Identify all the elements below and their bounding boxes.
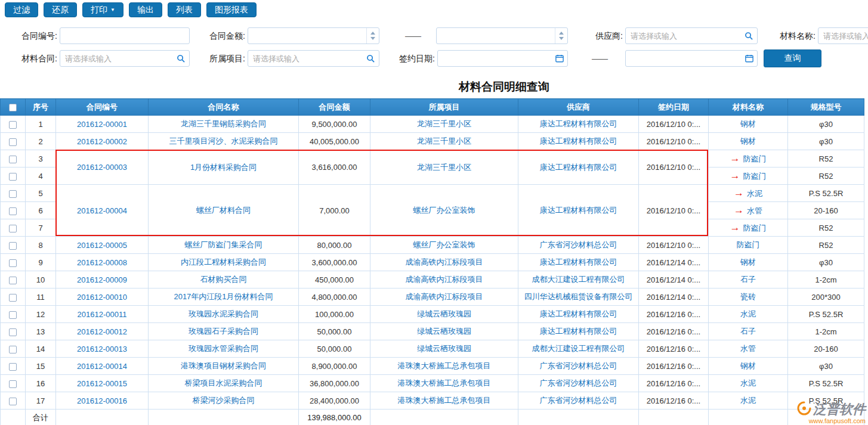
row-checkbox[interactable] [9, 138, 17, 146]
sign-date-end-input[interactable] [631, 54, 743, 63]
material-name-link[interactable]: 水泥 [740, 309, 756, 318]
project-link[interactable]: 绿城云栖玫瑰园 [370, 306, 518, 323]
supplier-link[interactable]: 四川华达机械租赁设备有限公司 [518, 288, 639, 306]
material-name-link[interactable]: 瓷砖 [740, 292, 756, 301]
contract-number-link[interactable]: 201612-00001 [56, 116, 149, 133]
project-link[interactable]: 港珠澳大桥施工总承包项目 [370, 392, 518, 410]
stepper-down-icon[interactable] [559, 37, 564, 40]
material-name-link[interactable]: 防盗门 [737, 240, 760, 249]
supplier-link[interactable]: 康达工程材料有限公司 [518, 323, 639, 340]
supplier-link[interactable]: 康达工程材料有限公司 [518, 306, 639, 323]
project-link[interactable]: 龙湖三千里小区 [370, 133, 518, 150]
row-checkbox[interactable] [9, 207, 17, 215]
row-checkbox[interactable] [9, 294, 17, 302]
contract-name-link[interactable]: 港珠澳项目钢材采购合同 [149, 358, 299, 375]
contract-name-link[interactable]: 三千里项目河沙、水泥采购合同 [149, 133, 299, 150]
amount-min-input[interactable] [253, 32, 364, 41]
restore-button[interactable]: 还原 [44, 2, 77, 17]
contract-number-link[interactable]: 201612-00016 [56, 392, 149, 410]
contract-name-link[interactable]: 内江段工程材料采购合同 [149, 254, 299, 271]
material-name-link[interactable]: 钢材 [740, 258, 756, 266]
select-all-checkbox[interactable] [9, 104, 17, 111]
project-link[interactable]: 成渝高铁内江标段项目 [370, 288, 518, 306]
material-name-link[interactable]: 防盗门 [743, 154, 767, 163]
material-name-link[interactable]: 水管 [747, 206, 762, 215]
supplier-link[interactable]: 广东省河沙材料总公司 [518, 237, 639, 254]
amount-max-input[interactable] [441, 32, 552, 41]
export-button[interactable]: 输出 [129, 2, 162, 17]
contract-name-link[interactable]: 2017年内江段1月份材料合同 [149, 288, 299, 306]
project-link[interactable]: 绿城云栖玫瑰园 [370, 323, 518, 340]
material-name-input[interactable] [823, 32, 868, 41]
contract-number-link[interactable]: 201612-00004 [56, 185, 149, 237]
contract-name-link[interactable]: 螺丝厂材料合同 [149, 185, 299, 237]
project-link[interactable]: 成渝高铁内江标段项目 [370, 271, 518, 288]
supplier-input[interactable] [631, 32, 742, 41]
contract-number-link[interactable]: 201612-00008 [56, 254, 149, 271]
material-name-link[interactable]: 钢材 [740, 361, 756, 370]
material-name-link[interactable]: 石子 [740, 327, 756, 336]
supplier-link[interactable]: 广东省河沙材料总公司 [518, 358, 639, 375]
project-input[interactable] [253, 54, 364, 63]
contract-name-link[interactable]: 龙湖三千里钢筋采购合同 [149, 116, 299, 133]
contract-name-link[interactable]: 玫瑰园水管采购合同 [149, 340, 299, 358]
row-checkbox[interactable] [9, 311, 17, 319]
project-link[interactable]: 港珠澳大桥施工总承包项目 [370, 358, 518, 375]
row-checkbox[interactable] [9, 173, 17, 181]
contract-name-link[interactable]: 玫瑰园石子采购合同 [149, 323, 299, 340]
project-link[interactable]: 绿城云栖玫瑰园 [370, 340, 518, 358]
sign-date-start-input[interactable] [443, 54, 553, 63]
material-name-link[interactable]: 石子 [740, 275, 756, 284]
row-checkbox[interactable] [9, 277, 17, 284]
material-name-link[interactable]: 水管 [740, 344, 756, 353]
supplier-link[interactable]: 广东省河沙材料总公司 [518, 375, 639, 392]
contract-name-link[interactable]: 螺丝厂防盗门集采合同 [149, 237, 299, 254]
contract-name-link[interactable]: 玫瑰园水泥采购合同 [149, 306, 299, 323]
contract-number-link[interactable]: 201612-00005 [56, 237, 149, 254]
filter-button[interactable]: 过滤 [5, 2, 38, 17]
project-link[interactable]: 螺丝厂办公室装饰 [370, 237, 518, 254]
supplier-link[interactable]: 康达工程材料有限公司 [518, 150, 639, 185]
row-checkbox[interactable] [9, 380, 17, 388]
row-checkbox[interactable] [9, 346, 17, 353]
material-name-link[interactable]: 防盗门 [743, 172, 767, 181]
contract-number-link[interactable]: 201612-00014 [56, 358, 149, 375]
material-name-link[interactable]: 水泥 [740, 379, 756, 387]
contract-number-link[interactable]: 201612-00011 [56, 306, 149, 323]
material-name-link[interactable]: 水泥 [747, 189, 762, 198]
contract-number-link[interactable]: 201612-00002 [56, 133, 149, 150]
row-checkbox[interactable] [9, 225, 17, 232]
supplier-link[interactable]: 康达工程材料有限公司 [518, 133, 639, 150]
row-checkbox[interactable] [9, 259, 17, 267]
project-link[interactable]: 螺丝厂办公室装饰 [370, 185, 518, 237]
stepper-up-icon[interactable] [559, 32, 564, 35]
amount-max-stepper[interactable] [555, 28, 564, 44]
graph-report-button[interactable]: 图形报表 [206, 2, 257, 17]
calendar-icon[interactable] [745, 54, 753, 63]
supplier-link[interactable]: 康达工程材料有限公司 [518, 116, 639, 133]
contract-name-link[interactable]: 桥梁项目水泥采购合同 [149, 375, 299, 392]
search-icon[interactable] [366, 54, 375, 63]
stepper-up-icon[interactable] [370, 32, 375, 35]
stepper-down-icon[interactable] [370, 37, 375, 40]
contract-name-link[interactable]: 1月份材料采购合同 [149, 150, 299, 185]
project-link[interactable]: 港珠澳大桥施工总承包项目 [370, 375, 518, 392]
row-checkbox[interactable] [9, 328, 17, 336]
contract-no-input[interactable] [65, 32, 186, 41]
row-checkbox[interactable] [9, 242, 17, 250]
amount-min-stepper[interactable] [366, 28, 375, 44]
calendar-icon[interactable] [555, 54, 564, 63]
supplier-link[interactable]: 广东省河沙材料总公司 [518, 392, 639, 410]
row-checkbox[interactable] [9, 398, 17, 405]
contract-number-link[interactable]: 201612-00013 [56, 340, 149, 358]
row-checkbox[interactable] [9, 190, 17, 198]
search-icon[interactable] [745, 32, 753, 41]
supplier-link[interactable]: 成都大江建设工程有限公司 [518, 271, 639, 288]
contract-number-link[interactable]: 201612-00009 [56, 271, 149, 288]
supplier-link[interactable]: 康达工程材料有限公司 [518, 185, 639, 237]
project-link[interactable]: 龙湖三千里小区 [370, 150, 518, 185]
material-contract-input[interactable] [65, 54, 174, 63]
supplier-link[interactable]: 康达工程材料有限公司 [518, 254, 639, 271]
contract-name-link[interactable]: 石材购买合同 [149, 271, 299, 288]
material-name-link[interactable]: 防盗门 [743, 224, 767, 232]
